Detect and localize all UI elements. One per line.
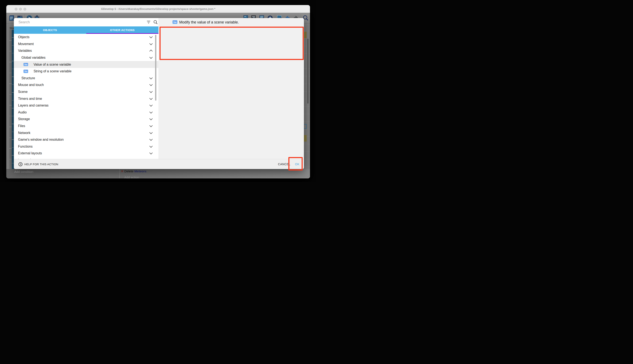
dialog-footer: ? HELP FOR THIS ACTION CANCEL OK [14, 159, 304, 169]
action-browser-pane: OBJECTS OTHER ACTIONS ObjectsMovementVar… [14, 18, 158, 159]
help-label: HELP FOR THIS ACTION [24, 163, 58, 166]
action-category-row[interactable]: Network [14, 129, 158, 136]
ok-button[interactable]: OK [290, 159, 304, 169]
list-item-label: Network [18, 131, 31, 135]
chevron-up-icon [149, 50, 153, 53]
action-category-row[interactable]: Inventories [14, 157, 158, 159]
delete-action-object: Meteors [134, 170, 147, 173]
chevron-down-icon [149, 83, 153, 86]
list-scrollbar[interactable] [155, 35, 156, 101]
action-category-row[interactable]: Functions [14, 143, 158, 150]
chevron-down-icon [149, 103, 153, 107]
list-item-label: Value of a scene variable [34, 63, 71, 66]
chevron-down-icon [149, 110, 153, 114]
chevron-down-icon [149, 131, 153, 134]
event-rows-gutter [9, 30, 12, 178]
action-category-row[interactable]: Objects [14, 34, 158, 41]
delete-x-icon: ✕ [121, 170, 124, 173]
variable-action-icon: Var [24, 70, 28, 73]
titlebar: GDevelop 5 - /Users/dkarakay/Documents/G… [6, 5, 310, 13]
variable-action-icon: Var [173, 20, 177, 24]
comment-block [303, 135, 307, 142]
chevron-down-icon [149, 35, 153, 38]
scene-tab-label: Sta [10, 26, 14, 30]
filter-icon[interactable] [147, 20, 151, 24]
search-icon[interactable] [153, 20, 158, 24]
action-category-list: ObjectsMovementVariablesGlobal variables… [14, 34, 158, 159]
list-item-label: String of a scene variable [34, 70, 72, 73]
chevron-down-icon [149, 42, 153, 45]
list-item-label: Files [18, 124, 25, 128]
list-item-label: Storage [18, 117, 30, 121]
action-category-row[interactable]: Variables [14, 48, 158, 54]
action-category-row[interactable]: Files [14, 123, 158, 130]
action-category-row[interactable]: External layouts [14, 150, 158, 157]
action-list-item[interactable]: VarString of a scene variable [14, 68, 158, 75]
list-item-label: Timers and time [18, 97, 42, 101]
delete-action-row[interactable]: ✕Delete Meteors [121, 170, 147, 173]
delete-action-verb: Delete [124, 170, 135, 173]
chevron-down-icon [149, 117, 153, 120]
action-category-row[interactable]: Global variables [14, 54, 158, 61]
conditions-actions-divider [119, 169, 120, 178]
chevron-down-icon [149, 90, 153, 93]
event-sheet-right-edge [304, 24, 310, 169]
action-category-row[interactable]: Layers and cameras [14, 102, 158, 109]
list-item-label: Structure [22, 76, 35, 80]
list-item-label: Variables [18, 49, 32, 53]
chevron-down-icon [149, 124, 153, 127]
event-rows-gutter-teal [12, 30, 14, 178]
window-title: GDevelop 5 - /Users/dkarakay/Documents/G… [6, 5, 310, 13]
variable-action-icon: Var [24, 63, 28, 66]
list-item-label: Functions [18, 145, 33, 148]
help-button[interactable]: ? HELP FOR THIS ACTION [19, 159, 58, 169]
list-item-label: Mouse and touch [18, 83, 44, 87]
list-item-label: Global variables [22, 56, 46, 60]
action-category-row[interactable]: Game's window and resolution [14, 136, 158, 143]
action-category-row[interactable]: Mouse and touch [14, 82, 158, 88]
list-item-label: Objects [18, 35, 29, 39]
comment-block [303, 32, 307, 38]
chevron-down-icon [149, 138, 153, 141]
action-title: Modify the value of a scene variable. [179, 20, 239, 24]
action-list-item[interactable]: VarValue of a scene variable [14, 61, 158, 68]
help-icon: ? [19, 162, 23, 166]
event-sheet-bottom-row: Add condition ✕Delete Meteors Add action [6, 169, 310, 178]
chevron-down-icon [149, 56, 153, 59]
action-category-row[interactable]: Scene [14, 88, 158, 96]
chevron-down-icon [149, 96, 153, 100]
search-bar [14, 18, 158, 26]
action-category-row[interactable]: Movement [14, 41, 158, 48]
action-configuration-pane: Var Modify the value of a scene variable… [158, 18, 304, 159]
action-category-row[interactable]: Storage [14, 116, 158, 123]
list-item-label: Game's window and resolution [18, 138, 64, 142]
action-category-row[interactable]: Structure [14, 75, 158, 82]
tab-objects[interactable]: OBJECTS [14, 26, 86, 34]
tab-other-actions[interactable]: OTHER ACTIONS [86, 26, 159, 34]
chevron-down-icon [149, 76, 153, 80]
dialog-tabs: OBJECTS OTHER ACTIONS [14, 26, 158, 34]
action-category-row[interactable]: Audio [14, 109, 158, 116]
list-item-label: Scene [18, 90, 28, 94]
list-item-label: Audio [18, 110, 27, 114]
screenshot-stage: GDevelop 5 - /Users/dkarakay/Documents/G… [0, 0, 316, 182]
add-condition-button[interactable]: Add condition [14, 170, 33, 174]
list-item-label: Layers and cameras [18, 104, 49, 107]
list-item-label: External layouts [18, 152, 42, 155]
chevron-down-icon [149, 144, 153, 148]
list-item-label: Movement [18, 42, 34, 46]
search-input[interactable] [19, 19, 140, 25]
chevron-down-icon [149, 151, 153, 154]
event-sheet-scrollbar[interactable] [307, 38, 308, 104]
add-action-button[interactable]: Add action [124, 176, 139, 178]
choose-action-dialog: Var Modify the value of a scene variable… [14, 18, 304, 169]
action-category-row[interactable]: Timers and time [14, 95, 158, 102]
